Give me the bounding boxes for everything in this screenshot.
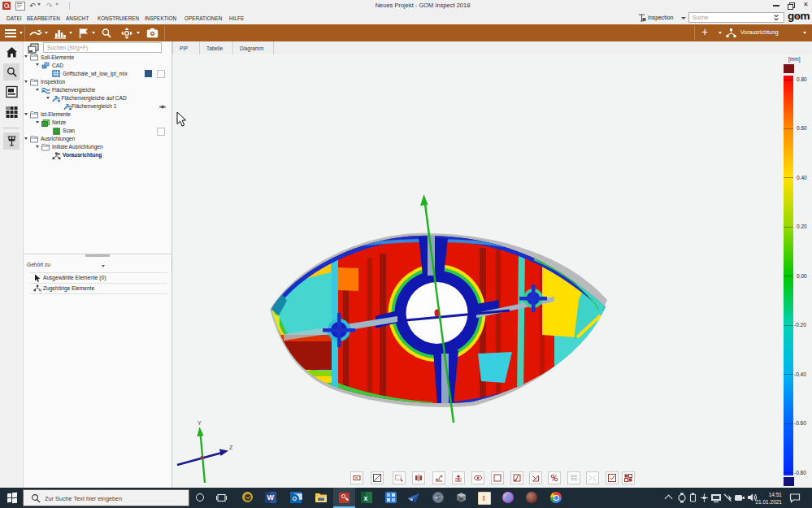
svg-text:Z: Z — [229, 445, 233, 450]
svg-text:Y: Y — [198, 420, 202, 426]
